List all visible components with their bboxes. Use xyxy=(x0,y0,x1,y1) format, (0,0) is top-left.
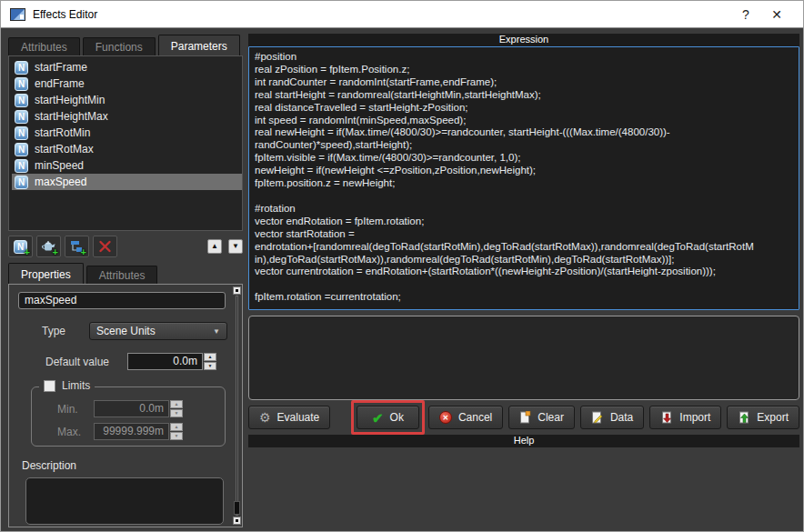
parameter-toolbar: N + + + xyxy=(8,236,243,257)
param-name: startRotMin xyxy=(35,126,90,139)
parameter-list[interactable]: N startFrame N endFrame N startHeightMin… xyxy=(8,55,243,231)
spinner-down-icon[interactable]: ▼ xyxy=(170,432,183,440)
param-list-item[interactable]: N endFrame xyxy=(12,75,242,92)
scroll-down-button[interactable] xyxy=(233,517,241,525)
numeric-param-icon: N xyxy=(15,77,28,91)
left-panel: Attributes Functions Parameters N startF… xyxy=(8,35,243,527)
detail-tabs: Properties Attributes xyxy=(8,263,243,284)
spinner-up-icon[interactable]: ▲ xyxy=(170,400,183,408)
param-list-item[interactable]: N startHeightMax xyxy=(12,108,242,125)
param-list-item-selected[interactable]: N maxSpeed xyxy=(12,174,242,190)
type-label: Type xyxy=(42,325,89,337)
spinner-buttons[interactable]: ▲ ▼ xyxy=(170,423,183,440)
add-group-param-button[interactable]: + xyxy=(65,236,89,257)
down-arrow-icon: ▼ xyxy=(232,242,239,250)
param-name: startHeightMax xyxy=(35,110,108,123)
help-header: Help xyxy=(248,435,799,447)
limits-group: Limits Min. 0.0m ▲ ▼ Max. 99999.9 xyxy=(31,386,226,447)
tab-parameters[interactable]: Parameters xyxy=(158,35,240,55)
data-button[interactable]: Data xyxy=(580,406,644,429)
min-label: Min. xyxy=(57,403,94,416)
add-object-param-button[interactable]: + xyxy=(36,236,61,257)
cancel-circle-icon: ✕ xyxy=(439,411,452,424)
data-page-icon xyxy=(591,411,604,424)
evaluate-label: Evaluate xyxy=(277,411,320,424)
limits-checkbox[interactable] xyxy=(44,380,55,392)
expression-panel: Expression #position real zPosition = fp… xyxy=(248,34,799,447)
scroll-up-button[interactable] xyxy=(233,286,241,295)
plus-icon: + xyxy=(53,248,58,256)
gear-icon: ⚙ xyxy=(259,411,271,424)
close-button[interactable]: ✕ xyxy=(761,7,792,22)
plus-icon: + xyxy=(25,248,30,256)
plus-icon: + xyxy=(81,248,86,256)
tab-attributes-detail[interactable]: Attributes xyxy=(86,266,158,284)
max-spinner[interactable]: 99999.999m ▲ ▼ xyxy=(94,423,183,440)
spinner-buttons[interactable]: ▲ ▼ xyxy=(170,400,183,417)
properties-scrollbar[interactable] xyxy=(233,286,241,525)
param-name: endFrame xyxy=(35,77,85,90)
evaluate-button[interactable]: ⚙ Evaluate xyxy=(248,406,330,429)
up-arrow-icon: ▲ xyxy=(211,242,218,250)
effects-editor-window: Effects Editor ? ✕ Attributes Functions … xyxy=(0,0,804,532)
numeric-param-icon: N xyxy=(15,176,28,189)
move-up-button[interactable]: ▲ xyxy=(207,239,222,254)
chevron-down-icon: ▼ xyxy=(213,327,220,336)
numeric-param-icon: N xyxy=(15,94,28,107)
param-name: startRotMax xyxy=(35,143,94,156)
import-page-icon xyxy=(660,411,673,424)
help-button[interactable]: ? xyxy=(730,7,761,22)
main-tabs: Attributes Functions Parameters xyxy=(8,35,243,55)
param-name: startHeightMin xyxy=(35,94,105,106)
type-dropdown[interactable]: Scene Units ▼ xyxy=(89,322,227,340)
scrollbar-track[interactable] xyxy=(236,296,238,516)
tab-attributes[interactable]: Attributes xyxy=(8,37,80,55)
min-spinner[interactable]: 0.0m ▲ ▼ xyxy=(94,400,183,417)
app-icon xyxy=(10,8,25,21)
param-list-item[interactable]: N minSpeed xyxy=(12,157,242,174)
limits-label: Limits xyxy=(62,379,90,392)
param-list-item[interactable]: N startHeightMin xyxy=(12,92,242,108)
default-value-spinner[interactable]: 0.0m ▲ ▼ xyxy=(127,353,216,370)
param-list-item[interactable]: N startFrame xyxy=(12,59,242,75)
default-value-field[interactable]: 0.0m xyxy=(127,353,203,370)
ok-button[interactable]: ✔ Ok xyxy=(357,406,419,429)
import-label: Import xyxy=(679,411,710,424)
param-list-item[interactable]: N startRotMax xyxy=(12,141,242,157)
clear-button[interactable]: Clear xyxy=(508,406,575,429)
delete-x-icon xyxy=(98,240,112,253)
type-value: Scene Units xyxy=(96,325,156,337)
numeric-param-icon: N xyxy=(15,159,28,173)
tab-functions[interactable]: Functions xyxy=(83,37,156,55)
min-value-field[interactable]: 0.0m xyxy=(94,400,169,417)
description-label: Description xyxy=(22,459,227,472)
add-number-param-button[interactable]: N + xyxy=(8,236,33,257)
description-textarea[interactable] xyxy=(25,477,224,525)
cancel-button[interactable]: ✕ Cancel xyxy=(428,406,503,429)
properties-panel: maxSpeed Type Scene Units ▼ Default valu… xyxy=(8,284,243,527)
spinner-up-icon[interactable]: ▲ xyxy=(170,423,183,431)
expression-editor[interactable]: #position real zPosition = fpItem.Positi… xyxy=(248,46,799,310)
spinner-up-icon[interactable]: ▲ xyxy=(204,353,216,361)
cancel-label: Cancel xyxy=(458,411,492,424)
export-page-icon xyxy=(738,411,750,424)
numeric-param-icon: N xyxy=(15,143,28,156)
param-name: minSpeed xyxy=(35,159,84,172)
spinner-down-icon[interactable]: ▼ xyxy=(170,409,183,417)
tab-properties[interactable]: Properties xyxy=(8,263,84,284)
move-down-button[interactable]: ▼ xyxy=(228,239,243,254)
import-button[interactable]: Import xyxy=(649,406,721,429)
scrollbar-thumb[interactable] xyxy=(234,501,240,515)
spinner-down-icon[interactable]: ▼ xyxy=(204,362,216,370)
param-name-input[interactable]: maxSpeed xyxy=(18,292,226,309)
spinner-buttons[interactable]: ▲ ▼ xyxy=(204,353,216,370)
param-list-item[interactable]: N startRotMin xyxy=(12,125,242,141)
export-button[interactable]: Export xyxy=(727,406,799,429)
checkmark-icon: ✔ xyxy=(372,411,384,425)
expression-output[interactable] xyxy=(248,316,799,400)
max-value-field[interactable]: 99999.999m xyxy=(94,423,169,440)
param-name: maxSpeed xyxy=(35,176,86,188)
delete-param-button[interactable] xyxy=(93,236,117,257)
export-label: Export xyxy=(757,411,789,424)
expression-header: Expression xyxy=(248,34,799,46)
